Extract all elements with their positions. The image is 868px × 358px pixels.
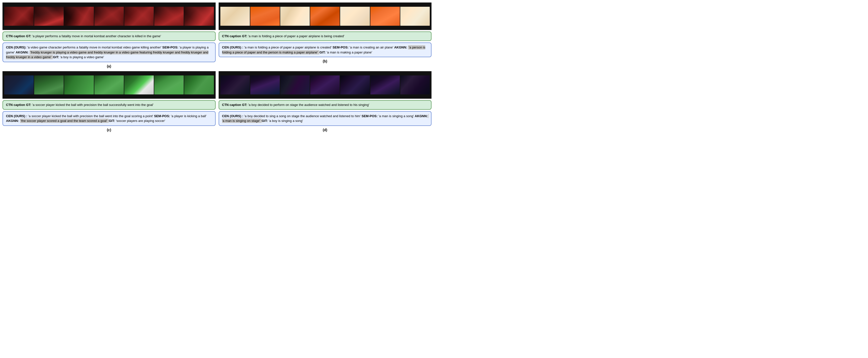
gt-label-c: CTN caption GT:	[6, 103, 31, 107]
cen-box-d: CEN (OURS) : 'a boy decided to sing a so…	[219, 111, 432, 126]
filmstrip-frames-c	[3, 72, 215, 98]
git-label-d: GIT:	[262, 119, 268, 123]
cen-box-b: CEN (OURS) : 'a man is folding a piece o…	[219, 43, 432, 57]
panel-d: CTN caption GT: 'a boy decided to perfor…	[219, 71, 432, 132]
video-frame	[340, 7, 370, 26]
filmstrip-d	[219, 71, 432, 99]
cen-text-c: 'a soccer player kicked the ball with pr…	[28, 114, 153, 118]
video-frame	[400, 7, 430, 26]
filmstrip-b	[219, 2, 432, 30]
cen-box-a: CEN (OURS): 'a video game character perf…	[2, 43, 216, 62]
panel-label-b: (b)	[219, 59, 432, 63]
gt-text-a: 'a player performs a fatality move in mo…	[32, 34, 161, 38]
video-frame	[370, 76, 400, 94]
gt-text-c: 'a soccer player kicked the ball with pr…	[32, 103, 154, 107]
akgnn-text-c: 'the soccer player scored a goal and the…	[21, 119, 107, 123]
gt-label-a: CTN caption GT:	[6, 34, 31, 38]
cen-text-b: 'a man is folding a piece of paper a pap…	[244, 46, 332, 49]
git-label-b: GIT:	[319, 51, 326, 54]
sempos-text-d: 'a man is singing a song'	[379, 114, 414, 118]
video-frame	[94, 7, 124, 26]
sempos-label-d: SEM-POS:	[362, 114, 378, 118]
video-frame	[250, 76, 280, 94]
video-frame	[280, 7, 310, 26]
cen-label-c: CEN (OURS) :	[6, 114, 27, 118]
video-frame	[124, 76, 154, 94]
akgnn-label-b: AKGNN:	[394, 46, 407, 49]
panel-a: CTN caption GT: 'a player performs a fat…	[2, 2, 216, 68]
filmstrip-frames-d	[219, 72, 431, 98]
video-frame	[124, 7, 154, 26]
video-frame	[370, 7, 400, 26]
git-label-c: GIT:	[109, 119, 115, 123]
video-frame	[4, 76, 34, 94]
video-frame	[280, 76, 310, 94]
gt-box-b: CTN caption GT: 'a man is folding a piec…	[219, 31, 432, 41]
video-frame	[310, 76, 340, 94]
git-label-a: GIT:	[53, 55, 59, 59]
sempos-text-c: 'a player is kicking a ball'	[171, 114, 207, 118]
panel-label-a: (a)	[2, 64, 216, 68]
video-frame	[220, 76, 250, 94]
panel-label-c: (c)	[2, 128, 216, 132]
akgnn-text-d: 'a man is singing on stage'	[222, 119, 260, 123]
video-frame	[64, 7, 94, 26]
sempos-label-b: SEM-POS:	[333, 46, 348, 49]
video-frame	[34, 76, 64, 94]
akgnn-label-d: AKGNN:	[415, 114, 428, 118]
gt-box-d: CTN caption GT: 'a boy decided to perfor…	[219, 100, 432, 110]
gt-box-a: CTN caption GT: 'a player performs a fat…	[2, 31, 216, 41]
video-frame	[184, 76, 214, 94]
sempos-label-a: SEM-POS:	[162, 46, 178, 49]
video-frame	[4, 7, 34, 26]
git-text-b: 'a man is making a paper plane'	[327, 51, 372, 54]
git-text-a: 'a boy is playing a video game'	[60, 55, 104, 59]
video-frame	[310, 7, 340, 26]
video-frame	[400, 76, 430, 94]
gt-box-c: CTN caption GT: 'a soccer player kicked …	[2, 100, 216, 110]
filmstrip-frames-a	[3, 3, 215, 29]
video-frame	[340, 76, 370, 94]
cen-label-b: CEN (OURS) :	[222, 46, 243, 49]
panel-label-d: (d)	[219, 128, 432, 132]
gt-text-b: 'a man is folding a piece of paper a pap…	[248, 34, 344, 38]
video-frame	[220, 7, 250, 26]
akgnn-label-a: AKGNN:	[16, 51, 29, 54]
cen-box-c: CEN (OURS) : 'a soccer player kicked the…	[2, 111, 216, 126]
akgnn-text-a: 'freddy krueger is playing a video game …	[6, 51, 208, 59]
video-frame	[154, 7, 184, 26]
sempos-text-b: 'a man is creating an air plane'	[349, 46, 393, 49]
akgnn-label-c: AKGNN:	[6, 119, 19, 123]
akgnn-highlight-c: 'the soccer player scored a goal and the…	[20, 119, 109, 123]
panel-b: CTN caption GT: 'a man is folding a piec…	[219, 2, 432, 68]
filmstrip-frames-b	[219, 3, 431, 29]
git-text-c: 'soccer players are playing soccer'	[116, 119, 165, 123]
cen-text-a: 'a video game character performs a fatal…	[27, 46, 161, 49]
filmstrip-a	[2, 2, 216, 30]
filmstrip-c	[2, 71, 216, 99]
cen-label-a: CEN (OURS):	[6, 46, 27, 49]
video-frame	[94, 76, 124, 94]
gt-text-d: 'a boy decided to perform on stage the a…	[248, 103, 369, 107]
main-layout: CTN caption GT: 'a player performs a fat…	[2, 2, 432, 132]
gt-label-d: CTN caption GT:	[222, 103, 247, 107]
video-frame	[184, 7, 214, 26]
git-text-d: 'a boy is singing a song'	[269, 119, 303, 123]
video-frame	[64, 76, 94, 94]
panel-c: CTN caption GT: 'a soccer player kicked …	[2, 71, 216, 132]
cen-label-d: CEN (OURS) :	[222, 114, 243, 118]
akgnn-highlight-a: 'freddy krueger is playing a video game …	[6, 50, 208, 59]
video-frame	[154, 76, 184, 94]
video-frame	[34, 7, 64, 26]
video-frame	[250, 7, 280, 26]
sempos-label-c: SEM-POS:	[154, 114, 170, 118]
cen-text-d: 'a boy decided to sing a song on stage t…	[244, 114, 361, 118]
gt-label-b: CTN caption GT:	[222, 34, 247, 38]
